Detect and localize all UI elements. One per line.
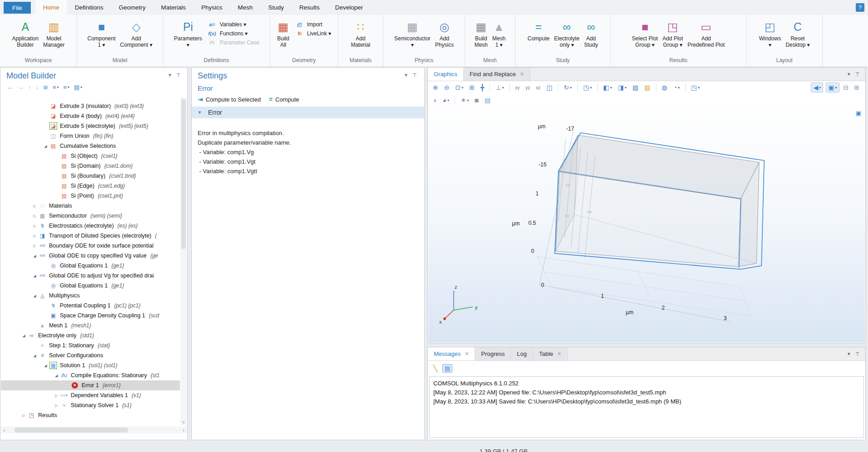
close-icon[interactable]: ✕ xyxy=(465,351,469,357)
menu-tab-study[interactable]: Study xyxy=(261,0,292,15)
compute-to-selected-button[interactable]: ⇥Compute to Selected xyxy=(198,96,261,103)
panel-menu-icon[interactable]: ▾ xyxy=(169,72,171,78)
player-icon[interactable]: ◕▾ xyxy=(441,96,450,104)
expand-all-icon[interactable]: ≡▾ xyxy=(62,83,71,91)
move-down-icon[interactable]: ↓ xyxy=(34,83,40,91)
menu-tab-geometry[interactable]: Geometry xyxy=(111,0,153,15)
material-rendering-icon[interactable]: ◨▾ xyxy=(616,83,628,92)
tree-item[interactable]: ▷↯Electrostatics (electrolyte)(es) {es} xyxy=(1,221,180,231)
scene-objects-icon[interactable]: ◳▾ xyxy=(582,83,593,92)
add-plot-group-button[interactable]: ◳Add Plot Group ▾ xyxy=(660,17,685,49)
menu-tab-mesh[interactable]: Mesh xyxy=(230,0,261,15)
tree-vertical-scrollbar[interactable]: ∨ xyxy=(180,97,187,425)
split-vertical-icon[interactable]: ⊞ xyxy=(853,83,861,92)
color-icon[interactable]: ◧▾ xyxy=(602,83,613,92)
tree-item[interactable]: ◢◬Multiphysics xyxy=(1,291,180,301)
tree-item[interactable]: ▷d/dtBoundary ODE for oxide surface pote… xyxy=(1,241,180,251)
component-1-button[interactable]: ■Component 1 ▾ xyxy=(85,17,118,49)
panel-menu-icon[interactable]: ▾ xyxy=(848,71,850,77)
tree-item[interactable]: ▤Si (Boundary){csel1.bnd} xyxy=(1,171,180,181)
tree-item[interactable]: ◫Form Union(fin) {fin} xyxy=(1,131,180,141)
messages-log[interactable]: COMSOL Multiphysics 6.1.0.252 [May 8, 20… xyxy=(429,376,864,438)
livelink-button[interactable]: ↻LiveLink ▾ xyxy=(294,30,331,37)
select-objects-icon[interactable]: ▧ xyxy=(631,83,640,92)
tree-item[interactable]: ▤Si (Point){csel1.pnt} xyxy=(1,191,180,201)
tree-item[interactable]: ×Error 1{error1} xyxy=(1,380,180,390)
build-mesh-button[interactable]: ▦Build Mesh xyxy=(472,17,490,49)
variables-button[interactable]: a=Variables ▾ xyxy=(207,21,259,28)
back-icon[interactable]: ← xyxy=(6,83,15,91)
expand-open-icon[interactable]: ◢ xyxy=(31,354,39,358)
semiconductor-button[interactable]: ▦Semiconductor ▾ xyxy=(392,17,433,49)
snapshot-icon[interactable]: ☀▾ xyxy=(459,96,470,104)
tree-item[interactable]: ▷◨Transport of Diluted Species (electrol… xyxy=(1,231,180,241)
expand-closed-icon[interactable]: ▷ xyxy=(31,244,39,248)
tree-item[interactable]: ≈Step 1: Stationary{stat} xyxy=(1,340,180,350)
plot-previous-icon[interactable]: ◀▾ xyxy=(811,83,823,92)
compute-button[interactable]: =Compute xyxy=(525,17,552,43)
tree-item[interactable]: ◎Global Equations 1{ge1} xyxy=(1,281,180,291)
tree-item[interactable]: ◪Extrude 5 (electrolyte)(ext5) {ext5} xyxy=(1,121,180,131)
collapse-all-icon[interactable]: ≡▾ xyxy=(51,83,60,91)
menu-tab-physics[interactable]: Physics xyxy=(194,0,230,15)
graphics-tab-find-and-replace[interactable]: Find and Replace✕ xyxy=(464,68,530,81)
pin-icon[interactable]: ⊥ xyxy=(176,72,181,78)
add-material-button[interactable]: ∷Add Material xyxy=(349,17,373,49)
tree-options-icon[interactable]: ▤▾ xyxy=(73,83,83,91)
tree-item[interactable]: ▷◳Results xyxy=(1,410,180,420)
compute-small-button[interactable]: =Compute xyxy=(269,96,299,103)
model-manager-button[interactable]: ▥Model Manager xyxy=(41,17,67,49)
tree-item[interactable]: ◢≡Solver Configurations xyxy=(1,350,180,360)
mesh-1-button[interactable]: ▲Mesh 1 ▾ xyxy=(490,17,508,49)
expand-open-icon[interactable]: ◢ xyxy=(42,364,49,368)
import-button[interactable]: ◰Import xyxy=(294,21,331,28)
expand-open-icon[interactable]: ◢ xyxy=(42,144,49,148)
chevron-down-icon[interactable]: ∨ xyxy=(180,420,187,424)
expand-open-icon[interactable]: ◢ xyxy=(53,374,60,378)
scrollbar-thumb[interactable] xyxy=(181,99,186,249)
orientation-cube-icon[interactable]: ◳▾ xyxy=(690,83,701,92)
panel-menu-icon[interactable]: ▾ xyxy=(405,72,407,78)
hide-objects-icon[interactable]: ◍ xyxy=(660,83,669,92)
tree-item[interactable]: ◪Extrude 4 (body)(ext4) {ext4} xyxy=(1,111,180,121)
tree-item[interactable]: ◢∂uCompile Equations: Stationary{st1 xyxy=(1,370,180,380)
perspective-icon[interactable]: ◫ xyxy=(545,83,554,92)
scroll-right-icon[interactable]: › xyxy=(180,427,187,433)
help-icon[interactable]: ? xyxy=(856,3,864,12)
view-yz-icon[interactable]: yz xyxy=(524,85,532,91)
transparency-icon[interactable]: ◔▾ xyxy=(672,83,681,92)
expand-closed-icon[interactable]: ▷ xyxy=(31,224,39,228)
view-xz-icon[interactable]: xz xyxy=(535,85,542,91)
messages-tab-log[interactable]: Log xyxy=(511,347,533,360)
application-builder-button[interactable]: AApplication Builder xyxy=(10,17,41,49)
pin-icon[interactable]: ⊥ xyxy=(412,72,417,78)
tree-item[interactable]: ▷∷Materials xyxy=(1,201,180,211)
tree-item[interactable]: ▲Mesh 1{mesh1} xyxy=(1,321,180,330)
tree-item[interactable]: ▤Si (Edge){csel1.edg} xyxy=(1,181,180,191)
graphics-canvas[interactable]: z y x µm-17-151µm0.500123µmvwxwzw ▣ xyxy=(428,107,865,343)
tree-item[interactable]: ↯Potential Coupling 1(pc1) {pc1} xyxy=(1,301,180,311)
expand-open-icon[interactable]: ◢ xyxy=(20,334,28,338)
menu-tab-developer[interactable]: Developer xyxy=(327,0,371,15)
tree-item[interactable]: ◎Global Equations 1{ge1} xyxy=(1,261,180,271)
menu-tab-definitions[interactable]: Definitions xyxy=(67,0,111,15)
zoom-extents-icon[interactable]: ⊞ xyxy=(468,83,476,92)
build-all-button[interactable]: ▦Build All xyxy=(275,17,291,49)
expand-open-icon[interactable]: ◢ xyxy=(31,274,39,278)
expand-closed-icon[interactable]: ▷ xyxy=(53,403,60,408)
add-study-button[interactable]: ∞Add Study xyxy=(582,17,601,49)
error-section-header[interactable]: ▼ Error xyxy=(192,107,424,118)
tree-item[interactable]: ◢∞Electrolyte only{std1} xyxy=(1,330,180,340)
tree-item[interactable]: ▤Si (Object){csel1} xyxy=(1,151,180,161)
reset-desktop-button[interactable]: CReset Desktop ▾ xyxy=(783,17,812,49)
add-predefined-plot-button[interactable]: ▭Add Predefined Plot xyxy=(685,17,727,49)
messages-tab-progress[interactable]: Progress xyxy=(475,347,511,360)
menu-tab-results[interactable]: Results xyxy=(291,0,327,15)
tree-item[interactable]: ◢▦Solution 1(sol1) {sol1} xyxy=(1,360,180,370)
windows-button[interactable]: ◰Windows ▾ xyxy=(756,17,783,49)
menu-tab-home[interactable]: Home xyxy=(35,0,67,15)
graphics-tab-graphics[interactable]: Graphics xyxy=(428,68,464,81)
expand-closed-icon[interactable]: ▷ xyxy=(31,214,39,218)
expand-closed-icon[interactable]: ▷ xyxy=(53,394,60,398)
tree-item[interactable]: ▷▦Semiconductor(semi) {semi} xyxy=(1,211,180,221)
